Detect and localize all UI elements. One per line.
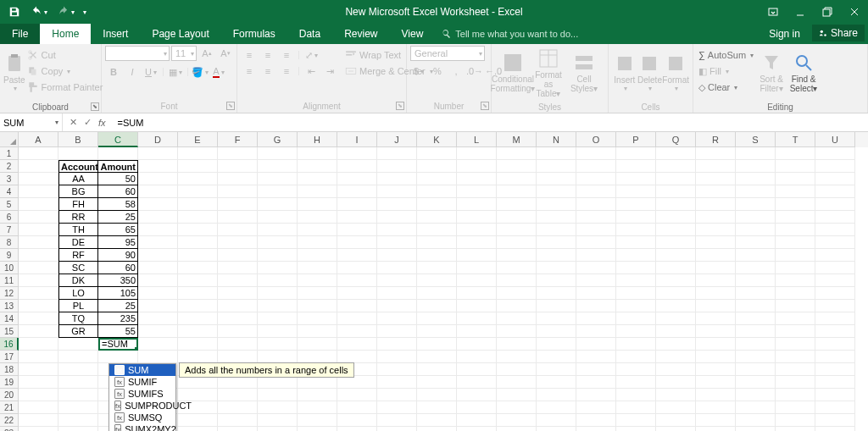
cell-E23[interactable] xyxy=(178,427,218,431)
cell-B15[interactable]: GR xyxy=(58,325,98,338)
cell-M21[interactable] xyxy=(497,401,537,414)
align-bottom-button[interactable]: ≡ xyxy=(278,47,295,63)
clipboard-launcher[interactable]: ⬊ xyxy=(91,102,99,111)
conditional-formatting-button[interactable]: ConditionalFormatting▾ xyxy=(495,46,531,100)
cell-I19[interactable] xyxy=(337,376,377,389)
cell-J14[interactable] xyxy=(377,312,417,325)
cell-K21[interactable] xyxy=(417,401,457,414)
cell-R16[interactable] xyxy=(696,338,736,351)
cell-N8[interactable] xyxy=(537,236,576,249)
cell-R20[interactable] xyxy=(696,389,736,401)
comma-button[interactable]: , xyxy=(448,64,465,79)
align-center-button[interactable]: ≡ xyxy=(259,64,276,79)
sort-filter-button[interactable]: Sort &Filter▾ xyxy=(755,46,787,100)
clear-button[interactable]: ◇Clear▾ xyxy=(697,80,755,95)
number-launcher[interactable]: ⬊ xyxy=(481,102,489,110)
cell-E2[interactable] xyxy=(178,160,218,173)
cell-C4[interactable]: 60 xyxy=(98,185,138,198)
restore-button[interactable] xyxy=(814,0,841,24)
cell-P10[interactable] xyxy=(616,262,656,274)
column-header-D[interactable]: D xyxy=(138,132,178,147)
cell-O19[interactable] xyxy=(576,376,616,389)
cell-Q2[interactable] xyxy=(656,160,696,173)
cell-M9[interactable] xyxy=(497,249,537,262)
cell-I17[interactable] xyxy=(337,351,377,363)
cell-M16[interactable] xyxy=(497,338,537,351)
cell-I22[interactable] xyxy=(337,414,377,427)
cell-I3[interactable] xyxy=(337,173,377,185)
column-header-C[interactable]: C xyxy=(98,132,138,147)
autocomplete-item-sumx2my2[interactable]: fxSUMX2MY2 xyxy=(109,423,175,431)
cell-O4[interactable] xyxy=(576,185,616,198)
cell-E6[interactable] xyxy=(178,211,218,224)
align-middle-button[interactable]: ≡ xyxy=(259,47,276,63)
cell-F4[interactable] xyxy=(218,185,258,198)
cell-R1[interactable] xyxy=(696,147,736,160)
cell-F12[interactable] xyxy=(218,287,258,300)
cell-H21[interactable] xyxy=(298,401,337,414)
cell-N11[interactable] xyxy=(537,274,576,287)
cell-K13[interactable] xyxy=(417,300,457,312)
cell-C6[interactable]: 25 xyxy=(98,211,138,224)
cell-P14[interactable] xyxy=(616,312,656,325)
cell-P9[interactable] xyxy=(616,249,656,262)
cell-H3[interactable] xyxy=(298,173,337,185)
cell-O1[interactable] xyxy=(576,147,616,160)
cell-U22[interactable] xyxy=(815,414,855,427)
cell-Q6[interactable] xyxy=(656,211,696,224)
alignment-launcher[interactable]: ⬊ xyxy=(396,102,404,110)
cell-A3[interactable] xyxy=(19,173,58,185)
cell-T8[interactable] xyxy=(776,236,815,249)
grow-font-button[interactable]: A▴ xyxy=(198,46,215,61)
cell-J5[interactable] xyxy=(377,198,417,211)
cell-N19[interactable] xyxy=(537,376,576,389)
cell-B7[interactable]: TH xyxy=(58,224,98,236)
cell-G13[interactable] xyxy=(258,300,298,312)
cell-P18[interactable] xyxy=(616,363,656,376)
row-header-1[interactable]: 1 xyxy=(0,147,19,160)
cell-A6[interactable] xyxy=(19,211,58,224)
cell-R9[interactable] xyxy=(696,249,736,262)
cell-G17[interactable] xyxy=(258,351,298,363)
cell-U4[interactable] xyxy=(815,185,855,198)
column-header-P[interactable]: P xyxy=(616,132,656,147)
font-family-combo[interactable]: ▾ xyxy=(105,46,170,61)
cell-H1[interactable] xyxy=(298,147,337,160)
cell-S5[interactable] xyxy=(736,198,776,211)
cell-P3[interactable] xyxy=(616,173,656,185)
cell-K3[interactable] xyxy=(417,173,457,185)
cell-N10[interactable] xyxy=(537,262,576,274)
cell-P6[interactable] xyxy=(616,211,656,224)
cell-R5[interactable] xyxy=(696,198,736,211)
cell-L4[interactable] xyxy=(457,185,497,198)
column-header-J[interactable]: J xyxy=(377,132,417,147)
cell-S15[interactable] xyxy=(736,325,776,338)
cell-Q4[interactable] xyxy=(656,185,696,198)
row-header-15[interactable]: 15 xyxy=(0,325,19,338)
cell-T20[interactable] xyxy=(776,389,815,401)
column-header-I[interactable]: I xyxy=(337,132,377,147)
cell-S14[interactable] xyxy=(736,312,776,325)
fill-color-button[interactable]: 🪣▾ xyxy=(192,64,209,80)
cell-F9[interactable] xyxy=(218,249,258,262)
cell-D6[interactable] xyxy=(138,211,178,224)
cell-T16[interactable] xyxy=(776,338,815,351)
cell-I1[interactable] xyxy=(337,147,377,160)
cell-E11[interactable] xyxy=(178,274,218,287)
cell-L18[interactable] xyxy=(457,363,497,376)
cell-O8[interactable] xyxy=(576,236,616,249)
cell-Q1[interactable] xyxy=(656,147,696,160)
cell-A8[interactable] xyxy=(19,236,58,249)
row-header-11[interactable]: 11 xyxy=(0,274,19,287)
cell-R23[interactable] xyxy=(696,427,736,431)
cell-D11[interactable] xyxy=(138,274,178,287)
cell-E3[interactable] xyxy=(178,173,218,185)
cell-A16[interactable] xyxy=(19,338,58,351)
row-header-13[interactable]: 13 xyxy=(0,300,19,312)
cell-Q16[interactable] xyxy=(656,338,696,351)
cell-P12[interactable] xyxy=(616,287,656,300)
cell-B4[interactable]: BG xyxy=(58,185,98,198)
cell-D2[interactable] xyxy=(138,160,178,173)
cell-I5[interactable] xyxy=(337,198,377,211)
cell-R14[interactable] xyxy=(696,312,736,325)
